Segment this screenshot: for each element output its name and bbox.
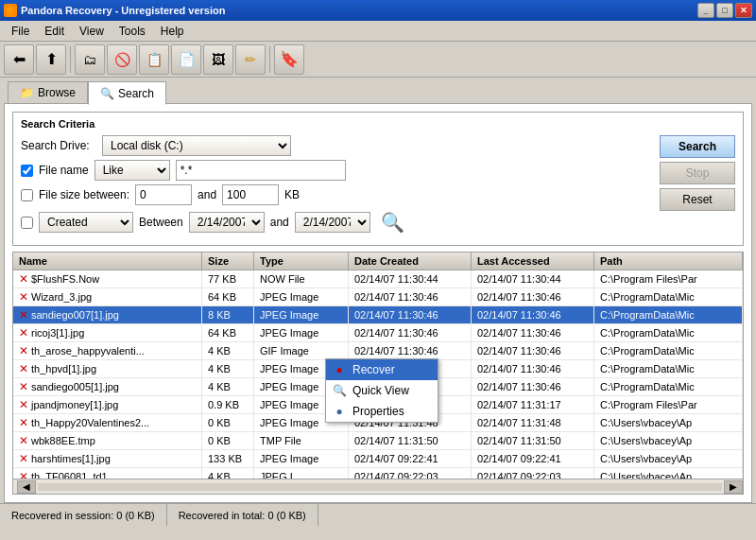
browse-tab-icon: 📁 bbox=[20, 86, 34, 99]
filesize-checkbox[interactable] bbox=[21, 189, 33, 201]
col-path[interactable]: Path bbox=[594, 253, 743, 270]
col-last-accessed[interactable]: Last Accessed bbox=[472, 253, 594, 270]
up-button[interactable]: ⬆ bbox=[36, 44, 66, 75]
and-label-2: and bbox=[270, 216, 289, 229]
copy-button[interactable]: 📋 bbox=[139, 44, 169, 75]
table-row[interactable]: ✕ harshtimes[1].jpg 133 KB JPEG Image 02… bbox=[13, 450, 743, 468]
cell-name: Wizard_3.jpg bbox=[31, 291, 92, 303]
table-row[interactable]: ✕ Wizard_3.jpg 64 KB JPEG Image 02/14/07… bbox=[13, 288, 743, 306]
open-button[interactable]: 🗂 bbox=[75, 44, 105, 75]
file-icon: ✕ bbox=[19, 380, 28, 393]
cell-size: 8 KB bbox=[202, 306, 254, 323]
stop-button-search[interactable]: Stop bbox=[660, 162, 735, 184]
minimize-button[interactable]: _ bbox=[697, 3, 714, 18]
cell-date-created: 02/14/07 11:30:46 bbox=[349, 288, 472, 305]
back-button[interactable]: ⬅ bbox=[4, 44, 34, 75]
table-row[interactable]: ✕ $FlushFS.Now 77 KB NOW File 02/14/07 1… bbox=[13, 270, 743, 288]
toolbar: ⬅ ⬆ 🗂 🚫 📋 📄 🖼 ✏ 🔖 bbox=[0, 42, 756, 78]
properties-icon: ● bbox=[332, 405, 347, 418]
date-search-icon: 🔍 bbox=[380, 209, 406, 235]
cell-type: GIF Image bbox=[254, 342, 349, 359]
status-session: Recovered in session: 0 (0 KB) bbox=[0, 504, 167, 526]
menu-bar: File Edit View Tools Help bbox=[0, 21, 756, 42]
cell-last-accessed: 02/14/07 09:22:03 bbox=[472, 468, 594, 479]
bookmark-button[interactable]: 🔖 bbox=[274, 44, 304, 75]
cell-size: 64 KB bbox=[202, 324, 254, 341]
cell-type: TMP File bbox=[254, 432, 349, 449]
cell-date-created: 02/14/07 09:22:41 bbox=[349, 450, 472, 467]
edit-button[interactable]: ✏ bbox=[235, 44, 266, 75]
context-menu-properties[interactable]: ● Properties bbox=[326, 401, 438, 422]
like-select[interactable]: Like bbox=[94, 160, 170, 181]
image-button[interactable]: 🖼 bbox=[203, 44, 233, 75]
context-menu: ● Recover 🔍 Quick View ● Properties bbox=[325, 358, 438, 423]
cell-name: th_Happy20Valentines2... bbox=[31, 417, 149, 428]
tab-search[interactable]: 🔍 Search bbox=[88, 81, 166, 105]
file-icon: ✕ bbox=[19, 470, 28, 479]
table-row[interactable]: ✕ wbk88EE.tmp 0 KB TMP File 02/14/07 11:… bbox=[13, 432, 743, 450]
tab-browse[interactable]: 📁 Browse bbox=[8, 81, 88, 103]
cell-size: 133 KB bbox=[202, 450, 254, 467]
maximize-button[interactable]: □ bbox=[716, 3, 733, 18]
paste-button[interactable]: 📄 bbox=[171, 44, 201, 75]
context-menu-recover[interactable]: ● Recover bbox=[326, 359, 438, 380]
drive-label: Search Drive: bbox=[21, 139, 96, 152]
col-type[interactable]: Type bbox=[254, 253, 349, 270]
pattern-input[interactable] bbox=[176, 160, 346, 181]
cell-name: sandiego005[1].jpg bbox=[31, 381, 119, 392]
menu-tools[interactable]: Tools bbox=[112, 23, 153, 40]
cell-name: th_TF06081_td1... bbox=[31, 471, 116, 479]
cell-size: 0 KB bbox=[202, 432, 254, 449]
cell-name: wbk88EE.tmp bbox=[31, 435, 95, 446]
criteria-title: Search Criteria bbox=[21, 118, 735, 130]
size-min-input[interactable] bbox=[135, 184, 192, 205]
context-menu-quickview[interactable]: 🔍 Quick View bbox=[326, 380, 438, 401]
filename-checkbox[interactable] bbox=[21, 165, 33, 177]
browse-tab-label: Browse bbox=[38, 86, 76, 99]
search-tab-label: Search bbox=[118, 87, 154, 100]
date2-select[interactable]: 2/14/2007 bbox=[295, 212, 370, 233]
drive-select[interactable]: Local disk (C:) bbox=[102, 135, 291, 156]
size-max-input[interactable] bbox=[222, 184, 279, 205]
cell-name: th_hpvd[1].jpg bbox=[31, 363, 96, 375]
file-icon: ✕ bbox=[19, 326, 28, 340]
menu-edit[interactable]: Edit bbox=[37, 23, 72, 40]
scroll-right[interactable]: ▶ bbox=[724, 480, 743, 494]
table-row[interactable]: ✕ ricoj3[1].jpg 64 KB JPEG Image 02/14/0… bbox=[13, 324, 743, 342]
col-size[interactable]: Size bbox=[202, 253, 254, 270]
date1-select[interactable]: 2/14/2007 bbox=[189, 212, 265, 233]
file-icon: ✕ bbox=[19, 290, 28, 304]
reset-button[interactable]: Reset bbox=[660, 188, 735, 211]
col-name[interactable]: Name bbox=[13, 253, 202, 270]
filename-label: File name bbox=[39, 164, 89, 177]
size-unit: KB bbox=[284, 188, 300, 201]
search-button[interactable]: Search bbox=[660, 135, 735, 158]
menu-help[interactable]: Help bbox=[153, 23, 192, 40]
cell-path: C:\ProgramData\Mic bbox=[594, 288, 743, 305]
cell-path: C:\ProgramData\Mic bbox=[594, 342, 743, 359]
cell-path: C:\Users\vbacey\Ap bbox=[594, 468, 743, 479]
cell-type: JPEG Image bbox=[254, 450, 349, 467]
table-row[interactable]: ✕ th_TF06081_td1... 4 KB JPEG I... 02/14… bbox=[13, 468, 743, 479]
stop-button[interactable]: 🚫 bbox=[107, 44, 137, 75]
context-recover-label: Recover bbox=[352, 363, 395, 376]
cell-path: C:\Users\vbacey\Ap bbox=[594, 414, 743, 431]
table-header: Name Size Type Date Created Last Accesse… bbox=[13, 253, 743, 270]
file-icon: ✕ bbox=[19, 452, 28, 465]
table-row[interactable]: ✕ sandiego007[1].jpg 8 KB JPEG Image 02/… bbox=[13, 306, 743, 324]
col-date-created[interactable]: Date Created bbox=[349, 253, 472, 270]
created-select[interactable]: Created bbox=[39, 212, 133, 233]
close-button[interactable]: ✕ bbox=[735, 3, 752, 18]
cell-type: JPEG Image bbox=[254, 288, 349, 305]
cell-type: JPEG Image bbox=[254, 324, 349, 341]
toolbar-separator-2 bbox=[269, 46, 270, 73]
cell-last-accessed: 02/14/07 11:30:46 bbox=[472, 324, 594, 341]
cell-path: C:\Program Files\Par bbox=[594, 270, 743, 287]
created-checkbox[interactable] bbox=[21, 217, 33, 229]
menu-view[interactable]: View bbox=[72, 23, 112, 40]
app-icon: 🔶 bbox=[4, 4, 17, 17]
scroll-left[interactable]: ◀ bbox=[17, 480, 36, 494]
menu-file[interactable]: File bbox=[4, 23, 37, 40]
cell-date-created: 02/14/07 11:30:46 bbox=[349, 306, 472, 323]
cell-last-accessed: 02/14/07 11:30:46 bbox=[472, 306, 594, 323]
